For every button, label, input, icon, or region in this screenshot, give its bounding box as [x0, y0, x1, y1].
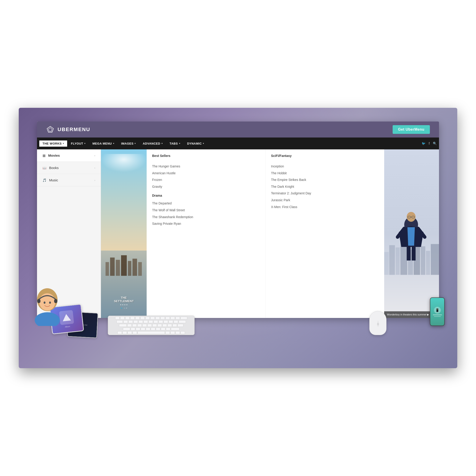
sidebar-item-music[interactable]: 🎵 Music › [37, 174, 101, 186]
menu-link-inception[interactable]: Inception [271, 163, 379, 170]
menu-link-gravity[interactable]: Gravity [152, 183, 260, 190]
nav-item-dynamic[interactable]: DYNAMIC ▾ [184, 140, 207, 147]
key-fn [118, 331, 122, 334]
key [151, 327, 155, 330]
site-header: UBERMENU Get UberMenu [37, 121, 439, 137]
nav-icons: 🐦 f 🔍 [422, 142, 437, 145]
svg-rect-52 [37, 299, 40, 303]
chevron-icon: ▾ [135, 142, 136, 145]
nav-item-flyout[interactable]: FLYOUT ▾ [68, 140, 89, 147]
sidebar-chevron-icon: › [94, 179, 95, 182]
nav-item-tabs[interactable]: TABS ▾ [166, 140, 183, 147]
logo-text: UBERMENU [58, 127, 90, 133]
key [115, 317, 120, 320]
nav-item-advanced[interactable]: ADVANCED ▾ [139, 140, 166, 147]
svg-rect-49 [412, 246, 415, 260]
key [175, 317, 180, 320]
poster-subtitle: ★ ★ ★ ★ [114, 304, 134, 306]
key-left [175, 331, 180, 334]
key [142, 324, 147, 327]
menu-link-wolf[interactable]: The Wolf of Wall Street [152, 207, 260, 214]
mouse-body [369, 311, 387, 335]
sidebar-item-movies[interactable]: ▦ Movies › [37, 149, 101, 162]
key [131, 327, 135, 330]
poster-social-twitter: 🐦 [120, 307, 123, 309]
drama-section: Drama The Departed The Wolf of Wall Stre… [152, 194, 260, 227]
svg-rect-28 [138, 262, 142, 276]
menu-link-terminator[interactable]: Terminator 2: Judgment Day [271, 190, 379, 197]
svg-point-55 [44, 302, 45, 304]
twitter-icon[interactable]: 🐦 [422, 142, 425, 145]
music-label: Music [49, 178, 58, 182]
phone-detail-2 [434, 316, 441, 317]
search-icon[interactable]: 🔍 [433, 142, 437, 145]
key [133, 320, 138, 323]
svg-rect-53 [54, 299, 57, 303]
menu-link-xmen[interactable]: X-Men: First Class [271, 204, 379, 211]
mega-menu-dropdown: ▦ Movies › 📖 Books › 🎵 [37, 149, 439, 318]
poster-social-pin: P [126, 307, 127, 309]
key [149, 320, 153, 323]
key [120, 317, 125, 320]
menu-link-american-hustle[interactable]: American Hustle [152, 170, 260, 177]
sidebar-item-books[interactable]: 📖 Books › [37, 162, 101, 174]
movies-icon: ▦ [42, 154, 45, 157]
key [143, 320, 148, 323]
mouse-scroll-wheel [377, 323, 379, 325]
website-card: UBERMENU Get UberMenu THE WORKS ▾ FLYOUT… [37, 121, 439, 318]
nav-item-images[interactable]: IMAGES ▾ [118, 140, 139, 147]
key [153, 320, 158, 323]
menu-link-frozen[interactable]: Frozen [152, 177, 260, 183]
key-enter-bot [177, 324, 183, 327]
keyboard-device [108, 316, 195, 335]
key [150, 317, 155, 320]
get-ubermenu-button[interactable]: Get UberMenu [393, 125, 430, 134]
key [161, 327, 165, 330]
chevron-icon: ▾ [203, 142, 204, 145]
key [138, 320, 143, 323]
key [147, 324, 152, 327]
svg-marker-45 [408, 227, 415, 246]
menu-link-shawshank[interactable]: The Shawshank Redemption [152, 214, 260, 221]
facebook-icon[interactable]: f [429, 142, 430, 145]
poster-social-facebook: f [124, 307, 124, 309]
svg-rect-26 [128, 261, 131, 276]
key [172, 324, 177, 327]
svg-rect-24 [116, 260, 120, 276]
scifi-column: SciFi/Fantasy Inception The Hobbit The E… [266, 149, 384, 318]
key [158, 320, 163, 323]
phone-app-icon: 📱 [434, 307, 441, 314]
svg-rect-48 [407, 246, 411, 260]
menu-link-saving-private-ryan[interactable]: Saving Private Ryan [152, 221, 260, 227]
menu-link-departed[interactable]: The Departed [152, 200, 260, 207]
movie-poster: THESETTLEMENT ★ ★ ★ ★ 🐦 f P [101, 149, 147, 318]
menu-link-jurassic-park[interactable]: Jurassic Park [271, 197, 379, 204]
scifi-header: SciFi/Fantasy [271, 154, 379, 159]
svg-rect-23 [110, 258, 115, 276]
nav-item-mega-menu[interactable]: MEGA MENU ▾ [89, 140, 118, 147]
menu-link-hunger-games[interactable]: The Hunger Games [152, 163, 260, 170]
keyboard-row-3 [119, 324, 183, 327]
key-enter-top [179, 320, 186, 323]
key-caps [119, 324, 127, 327]
key [156, 327, 160, 330]
key [140, 317, 145, 320]
outer-wrapper: UBERMENU Get UberMenu THE WORKS ▾ FLYOUT… [14, 60, 462, 416]
chevron-icon: ▾ [161, 142, 163, 145]
menu-link-dark-knight[interactable]: The Dark Knight [271, 183, 379, 190]
books-icon: 📖 [42, 166, 46, 170]
menu-link-hobbit[interactable]: The Hobbit [271, 170, 379, 177]
key [162, 324, 167, 327]
key [137, 324, 142, 327]
books-label: Books [49, 166, 59, 170]
key [135, 317, 140, 320]
nav-item-the-works[interactable]: THE WORKS ▾ [39, 140, 67, 147]
poster-clouds [101, 154, 147, 172]
music-icon: 🎵 [42, 178, 46, 182]
movie-poster-area: THESETTLEMENT ★ ★ ★ ★ 🐦 f P [101, 149, 147, 318]
menu-link-empire-strikes-back[interactable]: The Empire Strikes Back [271, 177, 379, 183]
chevron-icon: ▾ [179, 142, 180, 145]
hero-caption-text: Wonderboy in theaters this summer ▶ [387, 313, 429, 316]
key-shift-r [171, 327, 180, 330]
key [128, 320, 133, 323]
